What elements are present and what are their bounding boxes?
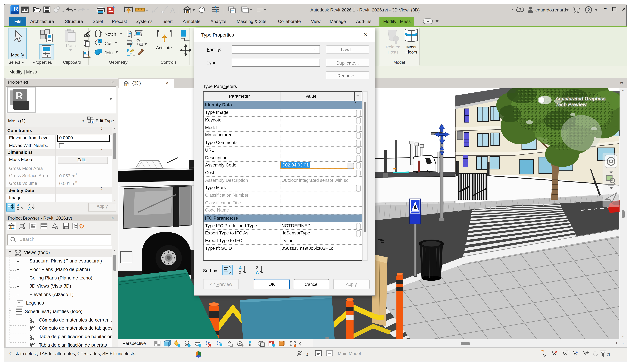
svg-text:Paste: Paste [66,43,77,48]
svg-text:A: A [256,270,259,275]
svg-text:Notch: Notch [105,32,116,36]
svg-text::0: :0 [304,352,308,357]
svg-text:Activate: Activate [156,45,172,50]
svg-text:A: A [239,265,242,270]
svg-text:Cut: Cut [105,41,112,46]
svg-text:Z: Z [239,270,241,275]
svg-text:Join: Join [105,50,113,55]
svg-text:eduardo.renard: eduardo.renard [535,8,566,12]
svg-text:Z: Z [17,206,19,210]
svg-text:?: ? [587,7,590,12]
svg-text:Z: Z [256,265,258,270]
svg-text:A: A [28,206,31,210]
svg-text:A: A [170,7,175,14]
svg-text::1: :1 [607,352,610,357]
